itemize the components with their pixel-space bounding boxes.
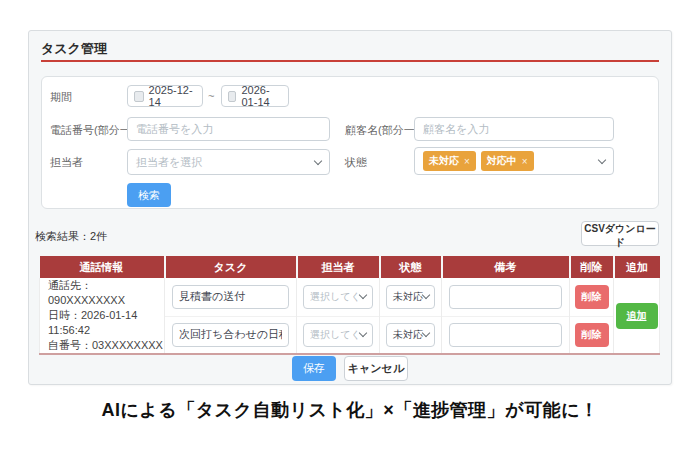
remove-tag-icon[interactable]: × (464, 156, 470, 167)
task-input[interactable] (172, 323, 289, 347)
period-separator: ~ (208, 90, 214, 102)
chevron-down-icon (422, 329, 430, 337)
date-to-input[interactable]: 2026-01-14 (221, 85, 289, 107)
table-row: 通話先：090XXXXXXXX 日時：2026-01-14 11:56:42 自… (40, 278, 660, 316)
results-count: 検索結果：2件 (35, 229, 107, 244)
chevron-down-icon (314, 156, 322, 164)
column-header-task: タスク (165, 256, 297, 278)
call-datetime: 日時：2026-01-14 11:56:42 (48, 308, 164, 338)
calendar-icon (228, 91, 236, 102)
task-input[interactable] (172, 285, 289, 309)
status-select[interactable]: 未対応 (386, 285, 435, 309)
date-from-input[interactable]: 2025-12-14 (127, 85, 203, 107)
phone-input[interactable] (127, 117, 330, 141)
assignee-select-placeholder: 担当者を選択 (136, 155, 202, 170)
status-tag-label: 対応中 (487, 154, 517, 168)
assignee-label: 担当者 (50, 155, 83, 170)
page: タスク管理 期間 2025-12-14 ~ 2026-01-14 電話番号(部分… (0, 0, 700, 467)
status-label: 状態 (345, 155, 367, 170)
search-panel: 期間 2025-12-14 ~ 2026-01-14 電話番号(部分一致) 顧客… (41, 76, 659, 209)
assignee-select[interactable]: 選択してください (303, 285, 373, 309)
status-select[interactable]: 未対応 (386, 323, 435, 347)
status-tag: 未対応 × (423, 151, 476, 171)
note-input[interactable] (449, 285, 562, 309)
cancel-button[interactable]: キャンセル (344, 356, 408, 381)
status-tag-label: 未対応 (429, 154, 459, 168)
column-header-assignee: 担当者 (297, 256, 380, 278)
period-label: 期間 (50, 90, 72, 105)
csv-download-button[interactable]: CSVダウンロード (581, 221, 659, 246)
footer-actions: 保存 キャンセル (29, 356, 671, 381)
call-destination: 通話先：090XXXXXXXX (48, 278, 164, 308)
calendar-icon (134, 91, 144, 102)
task-table: 通話情報 タスク 担当者 状態 備考 削除 追加 通話先：090XXXXXXXX… (39, 256, 660, 355)
add-button[interactable]: 追加 (616, 303, 658, 329)
column-header-add: 追加 (614, 256, 660, 278)
status-select-value: 未対応 (393, 290, 423, 304)
chevron-down-icon (359, 291, 367, 299)
column-header-call-info: 通話情報 (40, 256, 165, 278)
status-select-value: 未対応 (393, 328, 423, 342)
customer-input[interactable] (414, 117, 614, 141)
page-title: タスク管理 (41, 40, 107, 58)
column-header-status: 状態 (380, 256, 442, 278)
status-tag: 対応中 × (481, 151, 534, 171)
column-header-note: 備考 (442, 256, 570, 278)
delete-button[interactable]: 削除 (575, 323, 609, 347)
remove-tag-icon[interactable]: × (522, 156, 528, 167)
chevron-down-icon (598, 155, 606, 163)
table-header-row: 通話情報 タスク 担当者 状態 備考 削除 追加 (40, 256, 660, 278)
assignee-select-placeholder: 選択してください (310, 328, 360, 342)
date-to-value: 2026-01-14 (241, 84, 282, 108)
assignee-select[interactable]: 担当者を選択 (127, 149, 330, 175)
caption-text: AIによる「タスク自動リスト化」×「進捗管理」が可能に！ (0, 398, 700, 422)
assignee-select[interactable]: 選択してください (303, 323, 373, 347)
delete-button[interactable]: 削除 (575, 285, 609, 309)
date-from-value: 2025-12-14 (149, 84, 196, 108)
chevron-down-icon (359, 329, 367, 337)
column-header-delete: 削除 (570, 256, 614, 278)
assignee-select-placeholder: 選択してください (310, 290, 360, 304)
chevron-down-icon (422, 291, 430, 299)
call-own-number: 自番号：03XXXXXXXX (48, 338, 164, 353)
task-management-card: タスク管理 期間 2025-12-14 ~ 2026-01-14 電話番号(部分… (28, 30, 672, 385)
note-input[interactable] (449, 323, 562, 347)
save-button[interactable]: 保存 (292, 356, 336, 381)
title-underline (41, 60, 659, 62)
call-info-cell: 通話先：090XXXXXXXX 日時：2026-01-14 11:56:42 自… (40, 278, 165, 354)
status-multiselect[interactable]: 未対応 × 対応中 × (414, 147, 614, 175)
search-button[interactable]: 検索 (127, 183, 171, 207)
